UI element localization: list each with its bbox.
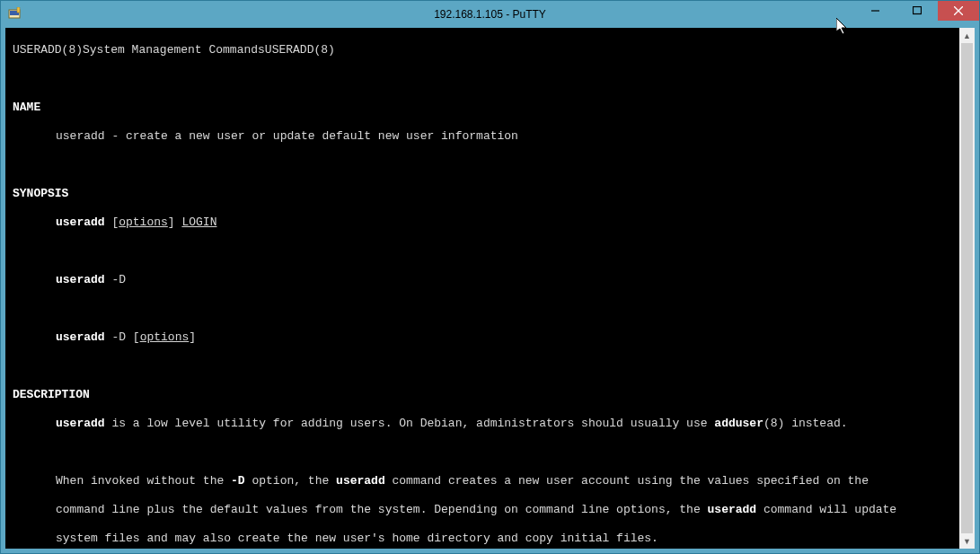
scroll-thumb[interactable]: [961, 43, 973, 533]
window-title: 192.168.1.105 - PuTTY: [434, 8, 546, 21]
svg-rect-4: [914, 7, 922, 14]
synopsis-arg: options: [140, 330, 190, 344]
putty-window: 192.168.1.105 - PuTTY USERADD(8)System M…: [0, 0, 980, 554]
desc-text: useradd: [708, 503, 757, 516]
putty-icon: [8, 7, 22, 22]
desc-text: When invoked without the: [56, 474, 231, 488]
close-button[interactable]: [938, 1, 979, 21]
synopsis-cmd: useradd: [56, 273, 105, 286]
section-heading: NAME: [13, 101, 40, 114]
scroll-up-icon[interactable]: ▲: [959, 28, 975, 43]
desc-text: is a low level utility for adding users.…: [105, 417, 715, 430]
desc-text: (8) instead.: [764, 417, 848, 430]
desc-text: -D: [231, 474, 245, 488]
man-header-center: System Management Commands: [83, 43, 265, 57]
man-header-left: USERADD(8): [13, 43, 83, 57]
desc-text: adduser: [714, 417, 764, 430]
desc-text: command creates a new user account using…: [385, 474, 869, 488]
maximize-button[interactable]: [896, 1, 938, 21]
titlebar[interactable]: 192.168.1.105 - PuTTY: [1, 1, 979, 28]
man-header-right: USERADD(8): [265, 43, 335, 57]
desc-text: system files and may also create the new…: [56, 532, 658, 545]
section-heading: DESCRIPTION: [13, 388, 90, 401]
desc-text: useradd: [56, 417, 105, 430]
synopsis-arg: options: [119, 215, 168, 229]
desc-text: command will update: [756, 503, 896, 516]
scroll-down-icon[interactable]: ▼: [959, 533, 975, 549]
synopsis-cmd: useradd: [56, 215, 105, 229]
desc-text: option, the: [245, 474, 336, 488]
synopsis-flag: -D: [111, 330, 126, 344]
window-controls: [855, 1, 979, 21]
desc-text: useradd: [336, 474, 385, 488]
svg-rect-2: [17, 7, 20, 13]
terminal-content: USERADD(8)System Management CommandsUSER…: [5, 28, 959, 549]
scroll-track[interactable]: [959, 43, 975, 533]
name-body: useradd - create a new user or update de…: [13, 129, 952, 144]
synopsis-cmd: useradd: [56, 330, 105, 344]
section-heading: SYNOPSIS: [13, 187, 68, 200]
terminal[interactable]: USERADD(8)System Management CommandsUSER…: [5, 28, 975, 549]
synopsis-arg: LOGIN: [181, 215, 216, 229]
synopsis-flag: -D: [111, 273, 126, 286]
minimize-button[interactable]: [855, 1, 896, 21]
scrollbar[interactable]: ▲ ▼: [959, 28, 975, 549]
desc-text: command line plus the default values fro…: [56, 503, 708, 516]
